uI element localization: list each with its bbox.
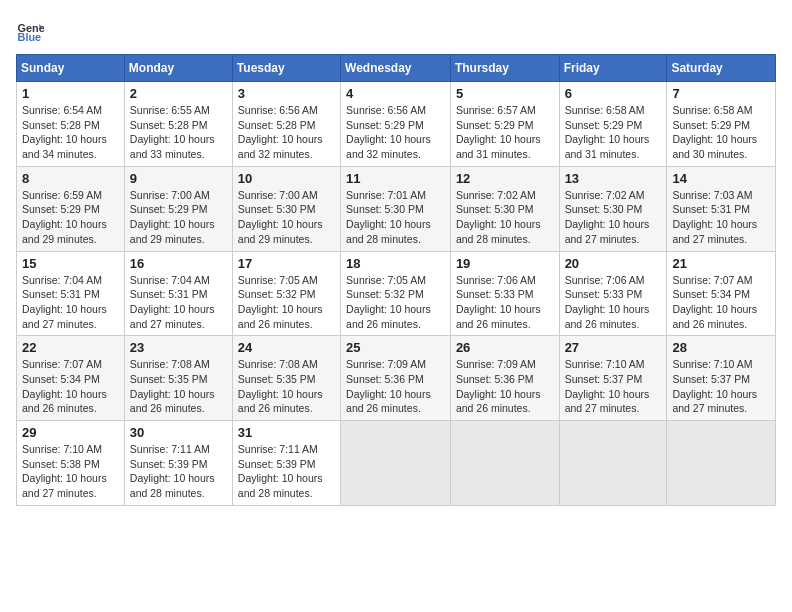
day-info: Sunrise: 7:03 AM Sunset: 5:31 PM Dayligh… [672, 188, 770, 247]
calendar-cell: 24Sunrise: 7:08 AM Sunset: 5:35 PM Dayli… [232, 336, 340, 421]
day-info: Sunrise: 6:58 AM Sunset: 5:29 PM Dayligh… [565, 103, 662, 162]
day-number: 16 [130, 256, 227, 271]
calendar-cell: 5Sunrise: 6:57 AM Sunset: 5:29 PM Daylig… [450, 82, 559, 167]
day-info: Sunrise: 7:04 AM Sunset: 5:31 PM Dayligh… [130, 273, 227, 332]
day-number: 26 [456, 340, 554, 355]
day-info: Sunrise: 6:55 AM Sunset: 5:28 PM Dayligh… [130, 103, 227, 162]
weekday-header: Tuesday [232, 55, 340, 82]
calendar-cell: 23Sunrise: 7:08 AM Sunset: 5:35 PM Dayli… [124, 336, 232, 421]
day-number: 10 [238, 171, 335, 186]
calendar-cell: 13Sunrise: 7:02 AM Sunset: 5:30 PM Dayli… [559, 166, 667, 251]
calendar-cell: 3Sunrise: 6:56 AM Sunset: 5:28 PM Daylig… [232, 82, 340, 167]
day-info: Sunrise: 7:07 AM Sunset: 5:34 PM Dayligh… [22, 357, 119, 416]
day-number: 9 [130, 171, 227, 186]
day-number: 13 [565, 171, 662, 186]
calendar-cell: 7Sunrise: 6:58 AM Sunset: 5:29 PM Daylig… [667, 82, 776, 167]
calendar-header: SundayMondayTuesdayWednesdayThursdayFrid… [17, 55, 776, 82]
day-number: 18 [346, 256, 445, 271]
day-info: Sunrise: 7:08 AM Sunset: 5:35 PM Dayligh… [130, 357, 227, 416]
day-number: 22 [22, 340, 119, 355]
day-info: Sunrise: 7:04 AM Sunset: 5:31 PM Dayligh… [22, 273, 119, 332]
calendar-cell: 12Sunrise: 7:02 AM Sunset: 5:30 PM Dayli… [450, 166, 559, 251]
calendar-table: SundayMondayTuesdayWednesdayThursdayFrid… [16, 54, 776, 506]
page-header: General Blue [16, 16, 776, 44]
day-number: 31 [238, 425, 335, 440]
day-info: Sunrise: 7:11 AM Sunset: 5:39 PM Dayligh… [130, 442, 227, 501]
calendar-cell [450, 421, 559, 506]
day-number: 11 [346, 171, 445, 186]
calendar-week-row: 8Sunrise: 6:59 AM Sunset: 5:29 PM Daylig… [17, 166, 776, 251]
calendar-cell [667, 421, 776, 506]
calendar-cell: 10Sunrise: 7:00 AM Sunset: 5:30 PM Dayli… [232, 166, 340, 251]
day-info: Sunrise: 7:00 AM Sunset: 5:30 PM Dayligh… [238, 188, 335, 247]
day-info: Sunrise: 6:54 AM Sunset: 5:28 PM Dayligh… [22, 103, 119, 162]
calendar-cell: 14Sunrise: 7:03 AM Sunset: 5:31 PM Dayli… [667, 166, 776, 251]
day-number: 8 [22, 171, 119, 186]
calendar-cell: 4Sunrise: 6:56 AM Sunset: 5:29 PM Daylig… [341, 82, 451, 167]
calendar-cell: 26Sunrise: 7:09 AM Sunset: 5:36 PM Dayli… [450, 336, 559, 421]
day-number: 6 [565, 86, 662, 101]
calendar-cell: 2Sunrise: 6:55 AM Sunset: 5:28 PM Daylig… [124, 82, 232, 167]
day-info: Sunrise: 6:57 AM Sunset: 5:29 PM Dayligh… [456, 103, 554, 162]
day-info: Sunrise: 6:56 AM Sunset: 5:28 PM Dayligh… [238, 103, 335, 162]
calendar-cell: 8Sunrise: 6:59 AM Sunset: 5:29 PM Daylig… [17, 166, 125, 251]
calendar-cell: 15Sunrise: 7:04 AM Sunset: 5:31 PM Dayli… [17, 251, 125, 336]
calendar-week-row: 15Sunrise: 7:04 AM Sunset: 5:31 PM Dayli… [17, 251, 776, 336]
day-info: Sunrise: 7:05 AM Sunset: 5:32 PM Dayligh… [346, 273, 445, 332]
day-number: 17 [238, 256, 335, 271]
logo-icon: General Blue [16, 16, 44, 44]
weekday-header: Wednesday [341, 55, 451, 82]
calendar-cell: 6Sunrise: 6:58 AM Sunset: 5:29 PM Daylig… [559, 82, 667, 167]
day-info: Sunrise: 7:05 AM Sunset: 5:32 PM Dayligh… [238, 273, 335, 332]
day-info: Sunrise: 7:02 AM Sunset: 5:30 PM Dayligh… [565, 188, 662, 247]
day-info: Sunrise: 7:00 AM Sunset: 5:29 PM Dayligh… [130, 188, 227, 247]
calendar-cell: 22Sunrise: 7:07 AM Sunset: 5:34 PM Dayli… [17, 336, 125, 421]
day-info: Sunrise: 7:06 AM Sunset: 5:33 PM Dayligh… [565, 273, 662, 332]
calendar-cell [559, 421, 667, 506]
day-number: 3 [238, 86, 335, 101]
day-info: Sunrise: 7:10 AM Sunset: 5:37 PM Dayligh… [672, 357, 770, 416]
calendar-cell: 19Sunrise: 7:06 AM Sunset: 5:33 PM Dayli… [450, 251, 559, 336]
calendar-cell: 25Sunrise: 7:09 AM Sunset: 5:36 PM Dayli… [341, 336, 451, 421]
day-info: Sunrise: 7:08 AM Sunset: 5:35 PM Dayligh… [238, 357, 335, 416]
day-number: 14 [672, 171, 770, 186]
day-number: 7 [672, 86, 770, 101]
calendar-cell: 11Sunrise: 7:01 AM Sunset: 5:30 PM Dayli… [341, 166, 451, 251]
day-info: Sunrise: 7:09 AM Sunset: 5:36 PM Dayligh… [346, 357, 445, 416]
day-number: 4 [346, 86, 445, 101]
weekday-header: Friday [559, 55, 667, 82]
calendar-cell: 27Sunrise: 7:10 AM Sunset: 5:37 PM Dayli… [559, 336, 667, 421]
day-info: Sunrise: 6:58 AM Sunset: 5:29 PM Dayligh… [672, 103, 770, 162]
day-number: 30 [130, 425, 227, 440]
day-info: Sunrise: 7:09 AM Sunset: 5:36 PM Dayligh… [456, 357, 554, 416]
weekday-header: Thursday [450, 55, 559, 82]
day-info: Sunrise: 7:10 AM Sunset: 5:37 PM Dayligh… [565, 357, 662, 416]
day-number: 25 [346, 340, 445, 355]
calendar-cell: 17Sunrise: 7:05 AM Sunset: 5:32 PM Dayli… [232, 251, 340, 336]
day-number: 1 [22, 86, 119, 101]
day-info: Sunrise: 7:06 AM Sunset: 5:33 PM Dayligh… [456, 273, 554, 332]
day-number: 15 [22, 256, 119, 271]
day-info: Sunrise: 7:11 AM Sunset: 5:39 PM Dayligh… [238, 442, 335, 501]
day-number: 5 [456, 86, 554, 101]
calendar-cell: 1Sunrise: 6:54 AM Sunset: 5:28 PM Daylig… [17, 82, 125, 167]
weekday-header: Saturday [667, 55, 776, 82]
day-number: 12 [456, 171, 554, 186]
calendar-week-row: 22Sunrise: 7:07 AM Sunset: 5:34 PM Dayli… [17, 336, 776, 421]
calendar-week-row: 1Sunrise: 6:54 AM Sunset: 5:28 PM Daylig… [17, 82, 776, 167]
day-number: 2 [130, 86, 227, 101]
calendar-cell: 9Sunrise: 7:00 AM Sunset: 5:29 PM Daylig… [124, 166, 232, 251]
day-info: Sunrise: 6:56 AM Sunset: 5:29 PM Dayligh… [346, 103, 445, 162]
day-number: 29 [22, 425, 119, 440]
weekday-header: Monday [124, 55, 232, 82]
calendar-cell: 21Sunrise: 7:07 AM Sunset: 5:34 PM Dayli… [667, 251, 776, 336]
day-number: 19 [456, 256, 554, 271]
calendar-body: 1Sunrise: 6:54 AM Sunset: 5:28 PM Daylig… [17, 82, 776, 506]
weekday-header: Sunday [17, 55, 125, 82]
day-info: Sunrise: 6:59 AM Sunset: 5:29 PM Dayligh… [22, 188, 119, 247]
calendar-cell: 20Sunrise: 7:06 AM Sunset: 5:33 PM Dayli… [559, 251, 667, 336]
calendar-week-row: 29Sunrise: 7:10 AM Sunset: 5:38 PM Dayli… [17, 421, 776, 506]
day-info: Sunrise: 7:07 AM Sunset: 5:34 PM Dayligh… [672, 273, 770, 332]
weekday-header-row: SundayMondayTuesdayWednesdayThursdayFrid… [17, 55, 776, 82]
day-number: 24 [238, 340, 335, 355]
